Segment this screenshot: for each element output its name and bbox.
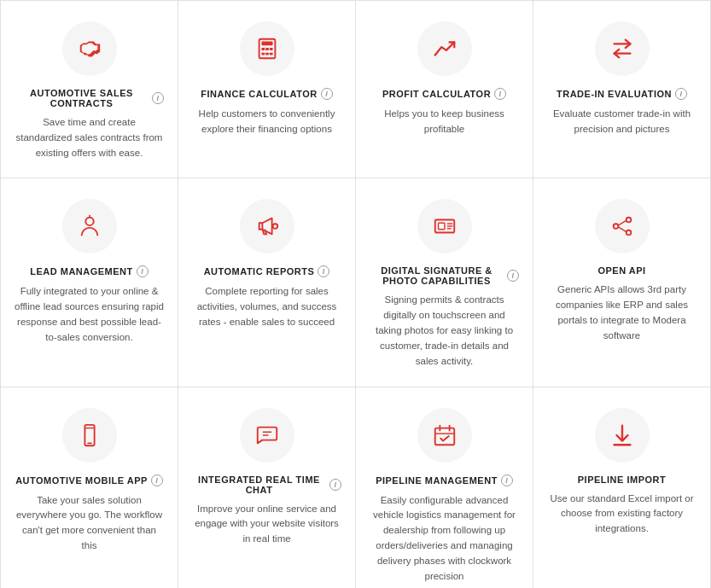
trade-in-evaluation-desc: Evaluate customer trade-in with precisio… <box>547 107 696 137</box>
svg-rect-7 <box>269 53 272 55</box>
pipeline-import-icon <box>595 408 650 463</box>
card-automotive-mobile-app[interactable]: AUTOMOTIVE MOBILE APPiTake your sales so… <box>1 387 178 589</box>
svg-rect-4 <box>269 48 272 50</box>
card-finance-calculator[interactable]: FINANCE CALCULATORiHelp customers to con… <box>178 1 356 178</box>
lead-management-info-icon[interactable]: i <box>137 265 149 277</box>
digital-signature-desc: Signing permits & contracts digitally on… <box>370 293 519 369</box>
automatic-reports-desc: Complete reporting for sales activities,… <box>192 284 341 329</box>
card-open-api[interactable]: OPEN APIGeneric APIs allows 3rd party co… <box>533 178 711 387</box>
profit-calculator-info-icon[interactable]: i <box>494 88 506 100</box>
svg-point-10 <box>272 224 277 230</box>
svg-point-8 <box>85 218 93 225</box>
automotive-sales-contracts-info-icon[interactable]: i <box>152 92 164 104</box>
lead-management-title: LEAD MANAGEMENTi <box>30 265 149 277</box>
card-profit-calculator[interactable]: PROFIT CALCULATORiHelps you to keep busi… <box>356 1 533 178</box>
integrated-real-time-chat-info-icon[interactable]: i <box>329 479 341 491</box>
automotive-mobile-app-icon <box>62 408 117 463</box>
open-api-desc: Generic APIs allows 3rd party companies … <box>547 282 696 343</box>
automotive-sales-contracts-desc: Save time and create standardized sales … <box>15 115 164 160</box>
svg-point-16 <box>613 224 618 230</box>
automatic-reports-icon <box>240 199 294 253</box>
profit-calculator-icon <box>417 21 472 76</box>
automatic-reports-title: AUTOMATIC REPORTSi <box>204 265 330 277</box>
svg-line-20 <box>618 227 626 232</box>
features-grid: AUTOMOTIVE SALES CONTRACTSiSave time and… <box>0 0 711 588</box>
svg-line-19 <box>618 221 626 226</box>
automotive-mobile-app-title: AUTOMOTIVE MOBILE APPi <box>15 474 163 486</box>
svg-rect-1 <box>261 42 272 46</box>
trade-in-evaluation-title: TRADE-IN EVALUATIONi <box>557 88 687 100</box>
automotive-sales-contracts-icon <box>62 21 117 76</box>
automatic-reports-info-icon[interactable]: i <box>318 265 329 277</box>
integrated-real-time-chat-title: INTEGRATED REAL TIME CHATi <box>192 474 341 495</box>
pipeline-management-icon <box>417 408 472 463</box>
pipeline-management-title: PIPELINE MANAGEMENTi <box>376 474 513 486</box>
card-trade-in-evaluation[interactable]: TRADE-IN EVALUATIONiEvaluate customer tr… <box>533 1 711 178</box>
pipeline-import-desc: Use our standard Excel import or choose … <box>547 492 696 537</box>
svg-rect-6 <box>265 53 269 55</box>
card-automatic-reports[interactable]: AUTOMATIC REPORTSiComplete reporting for… <box>178 178 356 387</box>
svg-rect-3 <box>265 48 269 50</box>
card-pipeline-management[interactable]: PIPELINE MANAGEMENTiEasily configurable … <box>356 387 533 589</box>
automotive-mobile-app-desc: Take your sales solution everywhere you … <box>15 493 164 554</box>
finance-calculator-icon <box>240 21 294 76</box>
lead-management-desc: Fully integrated to your online & offlin… <box>15 284 164 345</box>
automotive-sales-contracts-title: AUTOMOTIVE SALES CONTRACTSi <box>15 88 164 108</box>
card-digital-signature[interactable]: DIGITAL SIGNATURE & PHOTO CAPABILITIESiS… <box>356 178 533 387</box>
trade-in-evaluation-info-icon[interactable]: i <box>675 88 687 100</box>
pipeline-management-info-icon[interactable]: i <box>501 474 513 486</box>
pipeline-management-desc: Easily configurable advanced vehicle log… <box>370 493 519 585</box>
svg-rect-2 <box>261 48 265 50</box>
digital-signature-info-icon[interactable]: i <box>507 270 519 282</box>
open-api-icon <box>595 199 650 253</box>
svg-rect-12 <box>438 224 445 230</box>
finance-calculator-title: FINANCE CALCULATORi <box>201 88 332 100</box>
integrated-real-time-chat-desc: Improve your online service and engage w… <box>192 502 341 547</box>
profit-calculator-title: PROFIT CALCULATORi <box>382 88 506 100</box>
card-pipeline-import[interactable]: PIPELINE IMPORTUse our standard Excel im… <box>533 387 711 589</box>
automotive-mobile-app-info-icon[interactable]: i <box>151 474 163 486</box>
svg-rect-26 <box>434 428 454 445</box>
pipeline-import-title: PIPELINE IMPORT <box>578 474 666 485</box>
card-integrated-real-time-chat[interactable]: INTEGRATED REAL TIME CHATiImprove your o… <box>178 387 356 589</box>
svg-point-17 <box>626 218 631 223</box>
svg-point-18 <box>626 230 631 236</box>
finance-calculator-desc: Help customers to conveniently explore t… <box>192 107 341 137</box>
lead-management-icon <box>62 199 117 253</box>
digital-signature-icon <box>417 199 472 253</box>
open-api-title: OPEN API <box>597 265 645 276</box>
card-automotive-sales-contracts[interactable]: AUTOMOTIVE SALES CONTRACTSiSave time and… <box>1 1 178 178</box>
trade-in-evaluation-icon <box>595 21 650 76</box>
finance-calculator-info-icon[interactable]: i <box>321 88 333 100</box>
integrated-real-time-chat-icon <box>240 408 294 463</box>
profit-calculator-desc: Helps you to keep business profitable <box>370 107 519 137</box>
card-lead-management[interactable]: LEAD MANAGEMENTiFully integrated to your… <box>1 178 178 387</box>
svg-rect-5 <box>261 53 265 55</box>
digital-signature-title: DIGITAL SIGNATURE & PHOTO CAPABILITIESi <box>370 265 519 286</box>
